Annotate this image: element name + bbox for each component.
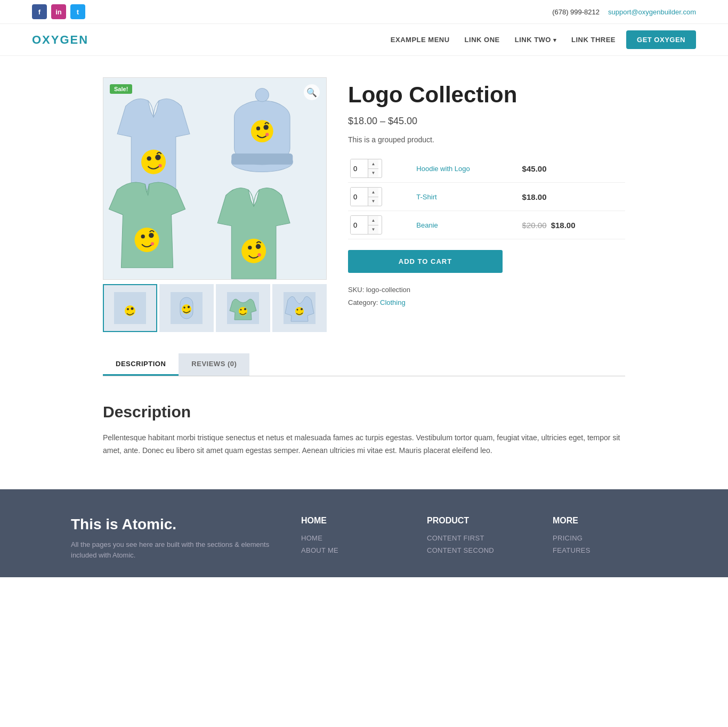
qty-hoodie-input[interactable]: [351, 159, 368, 177]
sku-label: SKU:: [348, 286, 364, 294]
footer-pricing-link[interactable]: PRICING: [553, 534, 657, 542]
svg-rect-6: [231, 154, 293, 165]
nav-link-three[interactable]: LINK THREE: [571, 36, 616, 44]
svg-point-34: [295, 307, 304, 316]
main-image: Sale! 🔍: [103, 77, 327, 280]
footer-grid: This is Atomic. All the pages you see he…: [71, 516, 657, 562]
qty-hoodie-down[interactable]: ▼: [368, 169, 378, 178]
svg-point-18: [256, 244, 261, 249]
svg-point-19: [257, 253, 261, 256]
thumbnail-3[interactable]: [216, 284, 270, 332]
qty-beanie-down[interactable]: ▼: [368, 225, 378, 235]
footer-home-title: HOME: [301, 516, 406, 526]
beanie-price-new: $18.00: [551, 221, 576, 230]
svg-point-0: [141, 150, 166, 174]
svg-point-27: [183, 306, 185, 309]
hoodie-link[interactable]: Hoodie with Logo: [416, 165, 470, 173]
svg-point-11: [265, 133, 269, 136]
zoom-icon[interactable]: 🔍: [304, 84, 320, 100]
tshirt-link[interactable]: T-Shirt: [416, 193, 436, 201]
footer-content-second-link[interactable]: CONTENT SECOND: [427, 546, 531, 554]
svg-point-30: [239, 307, 247, 316]
product-row-hoodie: ▲ ▼ Hoodie with Logo $45.00: [348, 155, 625, 183]
svg-point-9: [256, 126, 260, 130]
nav-example-menu[interactable]: EXAMPLE MENU: [391, 36, 450, 44]
tabs-bar: DESCRIPTION REVIEWS (0): [103, 353, 625, 376]
svg-point-12: [135, 228, 159, 252]
svg-point-36: [301, 308, 303, 310]
grouped-products-table: ▲ ▼ Hoodie with Logo $45.00: [348, 155, 625, 239]
footer-col-more: MORE PRICING FEATURES: [553, 516, 657, 562]
product-row-beanie: ▲ ▼ Beanie $20.00 $18.00: [348, 211, 625, 239]
footer-brand: This is Atomic. All the pages you see he…: [71, 516, 280, 562]
svg-point-32: [244, 308, 246, 310]
footer-more-title: MORE: [553, 516, 657, 526]
product-title: Logo Collection: [348, 83, 625, 107]
svg-point-31: [240, 309, 242, 311]
category-label: Category:: [348, 298, 378, 306]
top-bar-contact: (678) 999-8212 support@oxygenbuilder.com: [552, 8, 696, 16]
svg-point-14: [149, 233, 153, 238]
qty-hoodie[interactable]: ▲ ▼: [350, 159, 382, 178]
svg-point-16: [241, 239, 266, 263]
sale-badge: Sale!: [110, 84, 132, 94]
tshirt-price: $18.00: [520, 183, 625, 211]
qty-tshirt-down[interactable]: ▼: [368, 197, 378, 206]
footer-content-first-link[interactable]: CONTENT FIRST: [427, 534, 531, 542]
svg-point-8: [251, 120, 273, 142]
qty-tshirt-up[interactable]: ▲: [368, 188, 378, 197]
product-meta: SKU: logo-collection Category: Clothing: [348, 284, 625, 309]
footer-product-title: PRODUCT: [427, 516, 531, 526]
category-link[interactable]: Clothing: [380, 298, 406, 306]
footer-col-product: PRODUCT CONTENT FIRST CONTENT SECOND: [427, 516, 531, 562]
product-price: $18.00 – $45.00: [348, 116, 625, 127]
footer: This is Atomic. All the pages you see he…: [0, 489, 728, 578]
product-thumbnails: [103, 284, 327, 332]
phone-number: (678) 999-8212: [552, 8, 600, 16]
svg-point-1: [147, 156, 151, 160]
svg-point-7: [255, 88, 269, 102]
svg-point-2: [155, 155, 160, 160]
facebook-icon[interactable]: f: [32, 4, 47, 19]
thumbnail-4[interactable]: [272, 284, 327, 332]
qty-hoodie-arrows: ▲ ▼: [368, 159, 378, 177]
footer-features-link[interactable]: FEATURES: [553, 546, 657, 554]
nav-link-one[interactable]: LINK ONE: [465, 36, 500, 44]
product-row-tshirt: ▲ ▼ T-Shirt $18.00: [348, 183, 625, 211]
footer-home-link[interactable]: HOME: [301, 534, 406, 542]
top-bar: f in t (678) 999-8212 support@oxygenbuil…: [0, 0, 728, 24]
thumbnail-2[interactable]: [159, 284, 214, 332]
description-section: Description Pellentesque habitant morbi …: [71, 387, 657, 489]
qty-tshirt[interactable]: ▲ ▼: [350, 187, 382, 206]
footer-aboutme-link[interactable]: ABOUT ME: [301, 546, 406, 554]
footer-brand-text: All the pages you see here are built wit…: [71, 539, 280, 562]
social-icons: f in t: [32, 4, 85, 19]
thumbnail-1[interactable]: [103, 284, 157, 332]
sku-value: logo-collection: [366, 286, 410, 294]
qty-beanie-up[interactable]: ▲: [368, 216, 378, 225]
twitter-icon[interactable]: t: [70, 4, 85, 19]
instagram-icon[interactable]: in: [51, 4, 66, 19]
add-to-cart-button[interactable]: ADD TO CART: [348, 250, 503, 273]
tabs-section: DESCRIPTION REVIEWS (0): [71, 353, 657, 376]
nav-link-two[interactable]: LINK TWO: [515, 36, 556, 44]
svg-point-23: [131, 308, 134, 310]
logo[interactable]: OXYGEN: [32, 33, 88, 47]
product-gallery: Sale! 🔍: [103, 77, 327, 332]
qty-hoodie-up[interactable]: ▲: [368, 159, 378, 169]
email-link[interactable]: support@oxygenbuilder.com: [608, 8, 696, 16]
svg-point-22: [127, 308, 129, 310]
svg-point-21: [125, 305, 135, 316]
qty-tshirt-input[interactable]: [351, 188, 368, 206]
hoodie-price: $45.00: [520, 155, 625, 183]
qty-tshirt-arrows: ▲ ▼: [368, 188, 378, 206]
tab-description[interactable]: DESCRIPTION: [103, 353, 179, 376]
description-heading: Description: [103, 403, 625, 421]
qty-beanie[interactable]: ▲ ▼: [350, 215, 382, 235]
beanie-price: $20.00 $18.00: [520, 211, 625, 239]
qty-beanie-input[interactable]: [351, 216, 368, 234]
beanie-link[interactable]: Beanie: [416, 221, 438, 229]
tab-reviews[interactable]: REVIEWS (0): [179, 353, 249, 376]
get-oxygen-button[interactable]: GET OXYGEN: [626, 30, 696, 49]
product-section: Sale! 🔍: [71, 56, 657, 353]
